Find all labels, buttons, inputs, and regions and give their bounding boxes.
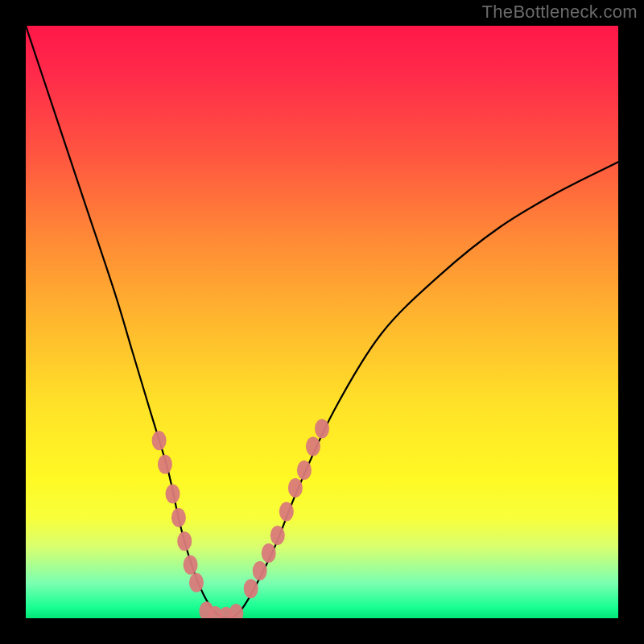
marker-dot	[229, 604, 243, 618]
watermark-text: TheBottleneck.com	[482, 2, 638, 23]
marker-dot	[177, 531, 192, 551]
marker-dot	[171, 508, 186, 527]
curve-layer	[26, 26, 618, 618]
marker-dot	[166, 484, 180, 503]
marker-dot	[158, 455, 172, 474]
marker-dot	[152, 431, 167, 450]
marker-dot	[306, 437, 320, 456]
marker-dot	[262, 543, 276, 563]
bottleneck-curve	[26, 26, 618, 618]
marker-dot	[288, 478, 303, 497]
markers-layer	[152, 419, 329, 618]
chart-frame: TheBottleneck.com	[0, 0, 644, 644]
marker-dot	[184, 555, 198, 575]
chart-svg	[26, 26, 618, 618]
marker-dot	[279, 502, 294, 522]
marker-dot	[297, 460, 312, 480]
marker-dot	[189, 573, 204, 592]
marker-dot	[270, 526, 285, 545]
marker-dot	[253, 561, 267, 580]
marker-dot	[315, 419, 329, 438]
plot-area	[26, 26, 618, 618]
marker-dot	[244, 579, 258, 598]
